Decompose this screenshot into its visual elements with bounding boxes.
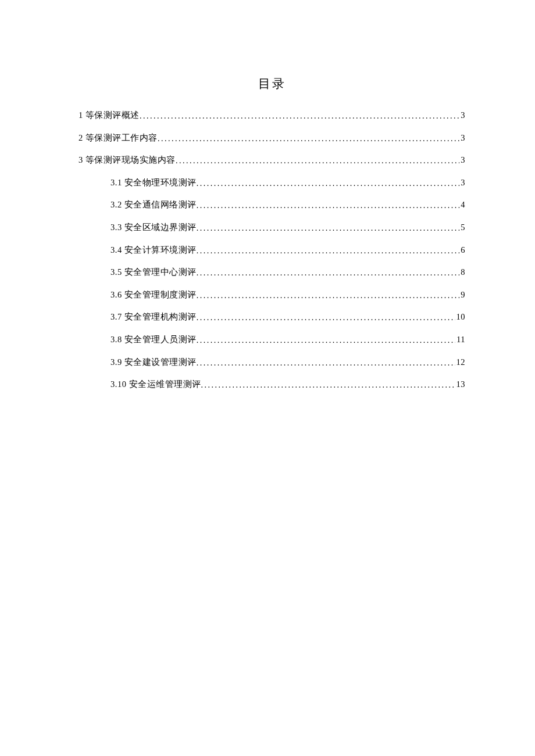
toc-entry-label: 1 等保测评概述 bbox=[79, 109, 140, 121]
toc-entry: 3.5 安全管理中心测评 8 bbox=[79, 266, 465, 278]
toc-entry-page: 6 bbox=[459, 244, 465, 256]
toc-entry: 3.3 安全区域边界测评 5 bbox=[79, 221, 465, 234]
toc-leader-dots bbox=[197, 245, 460, 257]
toc-leader-dots bbox=[140, 110, 459, 122]
toc-entry: 3.10 安全运维管理测评 13 bbox=[79, 378, 465, 390]
toc-leader-dots bbox=[197, 290, 460, 302]
toc-leader-dots bbox=[176, 155, 459, 167]
toc-leader-dots bbox=[197, 357, 455, 369]
toc-entry-page: 3 bbox=[459, 177, 465, 188]
toc-entry: 1 等保测评概述 3 bbox=[79, 109, 465, 121]
toc-entry: 3.4 安全计算环境测评 6 bbox=[79, 244, 465, 256]
toc-leader-dots bbox=[197, 200, 460, 212]
toc-entry-label: 3.10 安全运维管理测评 bbox=[110, 378, 201, 390]
toc-entry-page: 4 bbox=[459, 199, 465, 210]
toc-entry-label: 3.3 安全区域边界测评 bbox=[110, 221, 197, 233]
toc-leader-dots bbox=[197, 267, 460, 279]
toc-entry-label: 3.6 安全管理制度测评 bbox=[110, 289, 197, 300]
toc-entry-label: 2 等保测评工作内容 bbox=[79, 132, 158, 144]
toc-entry-page: 3 bbox=[459, 109, 465, 121]
toc-entry: 3.6 安全管理制度测评 9 bbox=[79, 289, 465, 301]
toc-entry-label: 3.1 安全物理环境测评 bbox=[110, 177, 197, 188]
toc-entry-label: 3.9 安全建设管理测评 bbox=[110, 356, 197, 368]
toc-entry-label: 3.4 安全计算环境测评 bbox=[110, 244, 197, 256]
toc-leader-dots bbox=[158, 133, 459, 145]
toc-entry-page: 5 bbox=[459, 221, 465, 233]
toc-entry: 3.9 安全建设管理测评 12 bbox=[79, 356, 465, 368]
toc-entry: 2 等保测评工作内容 3 bbox=[79, 132, 465, 144]
toc-entry-page: 8 bbox=[459, 266, 465, 278]
toc-entry-label: 3 等保测评现场实施内容 bbox=[79, 154, 176, 166]
toc-entry-page: 13 bbox=[455, 378, 466, 390]
toc-entry-label: 3.8 安全管理人员测评 bbox=[110, 334, 197, 345]
toc-entry: 3.7 安全管理机构测评 10 bbox=[79, 311, 465, 323]
document-page: 目录 1 等保测评概述 3 2 等保测评工作内容 3 3 等保测评现场实施内容 … bbox=[0, 0, 535, 390]
toc-entry-page: 3 bbox=[459, 154, 465, 166]
toc-title: 目录 bbox=[79, 76, 465, 92]
toc-leader-dots bbox=[197, 223, 460, 234]
toc-entry-page: 11 bbox=[455, 334, 465, 345]
toc-entry-label: 3.2 安全通信网络测评 bbox=[110, 199, 197, 210]
toc-entry: 3.8 安全管理人员测评 11 bbox=[79, 334, 465, 346]
toc-entry: 3 等保测评现场实施内容 3 bbox=[79, 154, 465, 166]
toc-entry: 3.2 安全通信网络测评 4 bbox=[79, 199, 465, 211]
toc-entry-page: 10 bbox=[455, 311, 466, 323]
toc-leader-dots bbox=[197, 178, 460, 189]
toc-entry-page: 3 bbox=[459, 132, 465, 144]
toc-entry-label: 3.7 安全管理机构测评 bbox=[110, 311, 197, 323]
toc-leader-dots bbox=[197, 312, 455, 324]
toc-entry-label: 3.5 安全管理中心测评 bbox=[110, 266, 197, 278]
toc-leader-dots bbox=[197, 335, 455, 346]
toc-entry-page: 9 bbox=[459, 289, 465, 300]
toc-entry-page: 12 bbox=[455, 356, 466, 368]
toc-list: 1 等保测评概述 3 2 等保测评工作内容 3 3 等保测评现场实施内容 3 3… bbox=[79, 109, 465, 390]
toc-leader-dots bbox=[201, 379, 455, 391]
toc-entry: 3.1 安全物理环境测评 3 bbox=[79, 177, 465, 189]
